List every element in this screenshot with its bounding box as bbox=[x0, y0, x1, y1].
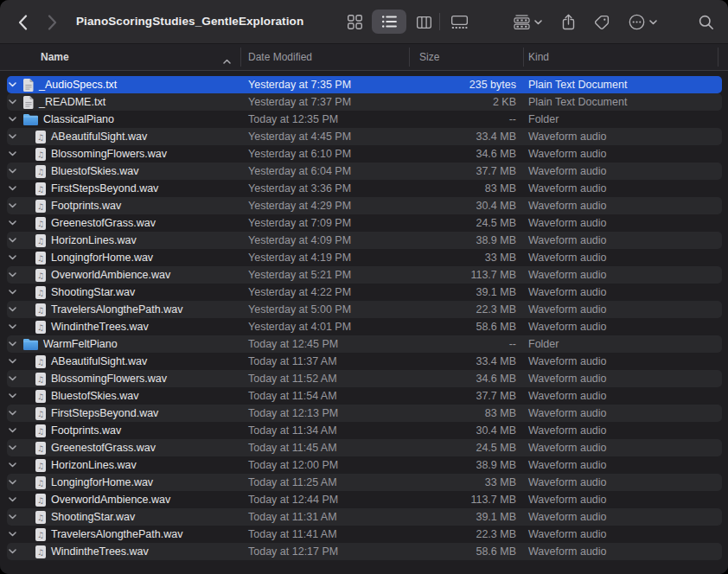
file-row[interactable]: ♫ HorizonLines.wav Today at 12:00 PM 38.… bbox=[0, 456, 728, 474]
disclosure-chevron-icon[interactable] bbox=[9, 151, 16, 156]
date-modified: Yesterday at 4:22 PM bbox=[248, 284, 351, 301]
disclosure-chevron-icon[interactable] bbox=[9, 514, 16, 520]
waveform-audio-icon: ♫ bbox=[35, 442, 46, 455]
svg-text:♫: ♫ bbox=[37, 271, 44, 280]
file-kind: Waveform audio bbox=[528, 405, 607, 422]
file-kind: Waveform audio bbox=[528, 249, 607, 266]
column-divider[interactable] bbox=[523, 48, 524, 67]
tag-button[interactable] bbox=[590, 11, 614, 33]
column-header-kind[interactable]: Kind bbox=[528, 44, 549, 70]
more-options-button[interactable] bbox=[623, 11, 661, 33]
file-row[interactable]: ♫ FirstStepsBeyond.wav Today at 12:13 PM… bbox=[0, 405, 728, 422]
file-kind: Waveform audio bbox=[528, 543, 607, 560]
disclosure-chevron-icon[interactable] bbox=[9, 411, 16, 416]
svg-text:♫: ♫ bbox=[37, 548, 44, 557]
svg-text:♫: ♫ bbox=[37, 150, 44, 159]
disclosure-chevron-icon[interactable] bbox=[9, 359, 16, 364]
disclosure-chevron-icon[interactable] bbox=[9, 220, 16, 226]
waveform-audio-icon: ♫ bbox=[35, 459, 46, 472]
file-row[interactable]: ♫ OverworldAmbience.wav Yesterday at 5:2… bbox=[0, 266, 728, 284]
file-row[interactable]: ♫ Footprints.wav Yesterday at 4:29 PM 30… bbox=[0, 197, 728, 214]
column-header-date-modified[interactable]: Date Modified bbox=[248, 44, 312, 70]
column-divider[interactable] bbox=[409, 48, 410, 67]
disclosure-chevron-icon[interactable] bbox=[9, 462, 16, 468]
disclosure-chevron-icon[interactable] bbox=[9, 445, 16, 450]
file-name: Footprints.wav bbox=[51, 200, 121, 212]
file-row[interactable]: ♫ GreenestofGrass.wav Yesterday at 7:09 … bbox=[0, 214, 728, 232]
waveform-audio-icon: ♫ bbox=[35, 528, 46, 541]
disclosure-chevron-icon[interactable] bbox=[9, 255, 16, 260]
file-row[interactable]: ♫ TravelersAlongthePath.wav Today at 11:… bbox=[0, 526, 728, 543]
disclosure-chevron-icon[interactable] bbox=[9, 82, 16, 87]
svg-text:♫: ♫ bbox=[37, 427, 44, 436]
file-row[interactable]: ♫ WindintheTrees.wav Yesterday at 4:01 P… bbox=[0, 318, 728, 335]
file-size: 58.6 MB bbox=[393, 543, 516, 560]
column-divider[interactable] bbox=[240, 48, 241, 67]
disclosure-chevron-icon[interactable] bbox=[9, 186, 16, 191]
disclosure-chevron-icon[interactable] bbox=[9, 428, 16, 433]
column-divider[interactable] bbox=[718, 48, 718, 67]
file-row[interactable]: ♫ ABeautifulSight.wav Today at 11:37 AM … bbox=[0, 353, 728, 370]
file-row[interactable]: ♫ ShootingStar.wav Today at 11:31 AM 39.… bbox=[0, 508, 728, 526]
file-size: 33.4 MB bbox=[393, 353, 516, 370]
disclosure-chevron-icon[interactable] bbox=[9, 290, 16, 295]
waveform-audio-icon: ♫ bbox=[35, 321, 46, 334]
disclosure-chevron-icon[interactable] bbox=[9, 376, 16, 381]
file-row[interactable]: ♫ TravelersAlongthePath.wav Yesterday at… bbox=[0, 301, 728, 318]
disclosure-chevron-icon[interactable] bbox=[9, 99, 16, 105]
file-row[interactable]: WarmFeltPiano Today at 12:45 PM -- Folde… bbox=[0, 335, 728, 353]
file-row[interactable]: ♫ WindintheTrees.wav Today at 12:17 PM 5… bbox=[0, 543, 728, 560]
disclosure-chevron-icon[interactable] bbox=[9, 203, 16, 208]
file-row[interactable]: ♫ FirstStepsBeyond.wav Yesterday at 3:36… bbox=[0, 180, 728, 197]
svg-text:♫: ♫ bbox=[37, 220, 44, 228]
date-modified: Yesterday at 4:01 PM bbox=[248, 318, 351, 335]
disclosure-chevron-icon[interactable] bbox=[9, 532, 16, 537]
file-row[interactable]: ♫ LongingforHome.wav Yesterday at 4:19 P… bbox=[0, 249, 728, 266]
file-name: OverworldAmbience.wav bbox=[51, 269, 170, 281]
file-row[interactable]: ♫ BluestofSkies.wav Today at 11:54 AM 37… bbox=[0, 387, 728, 405]
disclosure-chevron-icon[interactable] bbox=[9, 307, 16, 312]
disclosure-chevron-icon[interactable] bbox=[9, 497, 16, 502]
search-button[interactable] bbox=[693, 11, 719, 33]
file-row[interactable]: ♫ GreenestofGrass.wav Today at 11:45 AM … bbox=[0, 439, 728, 456]
disclosure-chevron-icon[interactable] bbox=[9, 117, 16, 122]
file-row[interactable]: ♫ BlossomingFlowers.wav Yesterday at 6:1… bbox=[0, 145, 728, 163]
icon-view-button[interactable] bbox=[342, 11, 367, 33]
file-row[interactable]: ♫ OverworldAmbience.wav Today at 12:44 P… bbox=[0, 491, 728, 508]
disclosure-chevron-icon[interactable] bbox=[9, 134, 16, 139]
svg-text:♫: ♫ bbox=[37, 462, 44, 470]
disclosure-chevron-icon[interactable] bbox=[9, 238, 16, 243]
date-modified: Today at 11:54 AM bbox=[248, 387, 337, 405]
file-row[interactable]: ♫ LongingforHome.wav Today at 11:25 AM 3… bbox=[0, 474, 728, 491]
column-header-size[interactable]: Size bbox=[419, 44, 439, 70]
disclosure-chevron-icon[interactable] bbox=[9, 549, 16, 554]
back-button[interactable] bbox=[12, 11, 33, 33]
disclosure-chevron-icon[interactable] bbox=[9, 341, 16, 347]
file-row[interactable]: ♫ Footprints.wav Today at 11:34 AM 30.4 … bbox=[0, 422, 728, 439]
gallery-view-button[interactable] bbox=[444, 11, 474, 33]
svg-text:♫: ♫ bbox=[37, 410, 44, 418]
disclosure-chevron-icon[interactable] bbox=[9, 272, 16, 277]
chevron-right-icon bbox=[48, 15, 57, 30]
disclosure-chevron-icon[interactable] bbox=[9, 324, 16, 329]
file-row[interactable]: ♫ BlossomingFlowers.wav Today at 11:52 A… bbox=[0, 370, 728, 387]
disclosure-chevron-icon[interactable] bbox=[9, 169, 16, 174]
forward-button[interactable] bbox=[42, 11, 62, 33]
share-button[interactable] bbox=[556, 11, 580, 33]
file-row[interactable]: ClassicalPiano Today at 12:35 PM -- Fold… bbox=[0, 111, 728, 128]
column-view-button[interactable] bbox=[411, 11, 437, 33]
file-row[interactable]: ♫ BluestofSkies.wav Yesterday at 6:04 PM… bbox=[0, 163, 728, 180]
file-row[interactable]: ♫ ABeautifulSight.wav Yesterday at 4:45 … bbox=[0, 128, 728, 145]
file-row[interactable]: ♫ ShootingStar.wav Yesterday at 4:22 PM … bbox=[0, 284, 728, 301]
file-row[interactable]: _README.txt Yesterday at 7:37 PM 2 KB Pl… bbox=[0, 93, 728, 111]
file-size: 30.4 MB bbox=[393, 197, 516, 214]
file-row[interactable]: _AudioSpecs.txt Yesterday at 7:35 PM 235… bbox=[0, 76, 728, 93]
sort-ascending-icon[interactable] bbox=[223, 54, 231, 67]
disclosure-chevron-icon[interactable] bbox=[9, 480, 16, 485]
file-row[interactable]: ♫ HorizonLines.wav Yesterday at 4:09 PM … bbox=[0, 232, 728, 249]
group-button[interactable] bbox=[508, 11, 547, 33]
list-view-button[interactable] bbox=[372, 10, 406, 34]
file-kind: Waveform audio bbox=[528, 439, 607, 456]
disclosure-chevron-icon[interactable] bbox=[9, 393, 16, 399]
column-header-name[interactable]: Name bbox=[41, 44, 69, 70]
